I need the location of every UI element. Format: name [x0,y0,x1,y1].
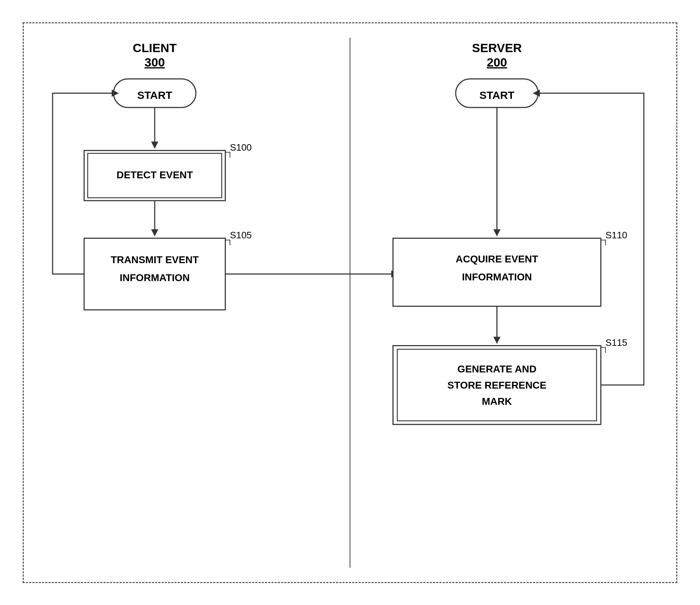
s100-step-tick [225,152,230,157]
outer-container: CLIENT 300 SERVER 200 START DETECT EVENT… [23,22,677,583]
loop-arrowhead [112,90,119,97]
s110-line1: ACQUIRE EVENT [456,253,538,265]
s110-box [393,238,601,306]
s115-line3: MARK [482,395,512,407]
start-client-pill [114,79,196,107]
s115-line1: GENERATE AND [457,363,536,375]
server-number: 200 [487,55,507,69]
start-server-pill [456,79,538,107]
s105-line2: INFORMATION [120,272,190,283]
s110-step-tick [601,240,605,245]
s105-step: S105 [230,230,251,240]
client-label: CLIENT [133,41,177,54]
s100-label: DETECT EVENT [117,169,193,180]
arrowhead-s100-to-s105 [151,229,158,236]
server-loop-arrowhead [533,90,540,97]
start-client-label: START [137,89,172,101]
start-server-label: START [479,89,514,101]
server-loop-line [538,93,644,385]
arrowhead-s110-to-s115 [493,336,500,344]
s115-step: S115 [605,337,627,347]
s115-step-tick [601,347,605,353]
s115-inner [397,349,596,421]
s110-line2: INFORMATION [462,271,532,283]
arrowhead-start-to-s100 [151,141,158,148]
s100-inner [88,153,222,198]
s100-step: S100 [230,142,251,152]
s105-box [84,238,225,310]
s115-outer [393,345,601,424]
diagram-svg: CLIENT 300 SERVER 200 START DETECT EVENT… [24,23,676,582]
s100-outer [84,150,225,200]
s110-step: S110 [605,230,627,240]
arrowhead-server-start-to-s110 [493,229,500,236]
loop-arrow-line [53,93,113,274]
s105-step-tick [225,240,230,245]
arrowhead-s105-to-s110 [391,270,399,278]
s105-line1: TRANSMIT EVENT [111,254,199,265]
s115-line2: STORE REFERENCE [447,380,546,391]
client-number: 300 [145,55,165,69]
server-label: SERVER [472,41,522,54]
